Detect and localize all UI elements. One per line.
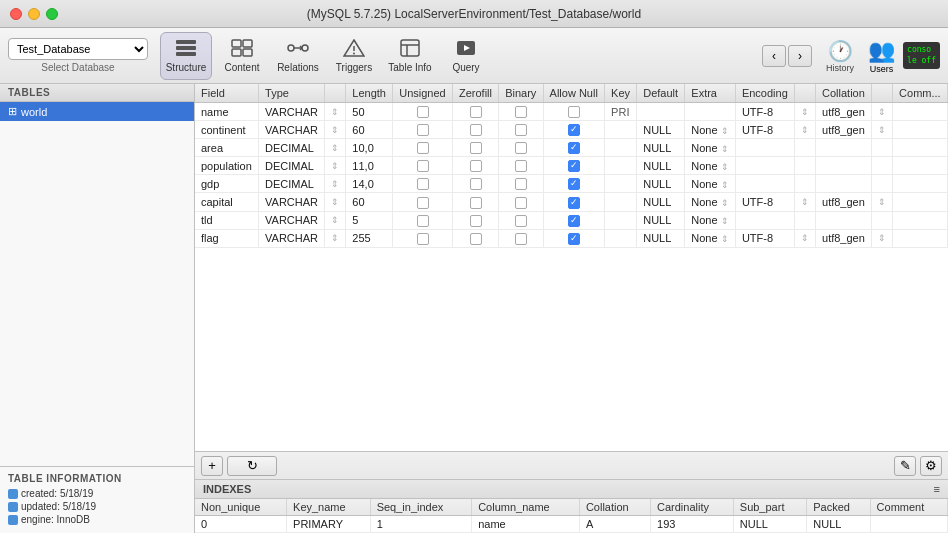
binary-cell-checkbox[interactable] [515, 106, 527, 118]
zerofill-cell[interactable] [452, 103, 498, 121]
sidebar-item-world[interactable]: ⊞ world [0, 102, 194, 121]
unsigned-cell-checkbox[interactable] [417, 142, 429, 154]
extra-cell[interactable]: None ⇕ [685, 211, 736, 229]
table-row[interactable]: flagVARCHAR⇕255NULLNone ⇕UTF-8⇕utf8_gen⇕ [195, 229, 948, 247]
table-row[interactable]: nameVARCHAR⇕50PRIUTF-8⇕utf8_gen⇕ [195, 103, 948, 121]
enc-spinner-cell[interactable]: ⇕ [795, 229, 816, 247]
encoding-cell[interactable]: UTF-8 [735, 103, 794, 121]
zerofill-cell-checkbox[interactable] [470, 124, 482, 136]
type-cell[interactable]: VARCHAR [259, 103, 325, 121]
enc-spinner-cell[interactable] [795, 157, 816, 175]
zerofill-cell[interactable] [452, 211, 498, 229]
allow-null-cell-checkbox[interactable] [568, 142, 580, 154]
type-cell[interactable]: VARCHAR [259, 211, 325, 229]
default-cell[interactable]: NULL [637, 139, 685, 157]
binary-cell[interactable] [499, 157, 543, 175]
collation-cell[interactable]: utf8_gen [816, 103, 872, 121]
length-cell[interactable]: 5 [346, 211, 393, 229]
length-cell[interactable]: 10,0 [346, 139, 393, 157]
encoding-cell[interactable] [735, 139, 794, 157]
comment-cell[interactable] [893, 139, 948, 157]
key-cell[interactable] [605, 229, 637, 247]
type-cell[interactable]: VARCHAR [259, 193, 325, 211]
unsigned-cell[interactable] [393, 157, 453, 175]
binary-cell-checkbox[interactable] [515, 124, 527, 136]
minimize-button[interactable] [28, 8, 40, 20]
binary-cell[interactable] [499, 103, 543, 121]
zerofill-cell-checkbox[interactable] [470, 215, 482, 227]
binary-cell[interactable] [499, 175, 543, 193]
comment-cell[interactable] [893, 193, 948, 211]
collation-cell[interactable] [816, 139, 872, 157]
type-cell[interactable]: DECIMAL [259, 157, 325, 175]
unsigned-cell-checkbox[interactable] [417, 233, 429, 245]
key-cell[interactable] [605, 193, 637, 211]
enc-spinner-cell[interactable] [795, 211, 816, 229]
allow-null-cell[interactable] [543, 139, 605, 157]
col-spinner-cell[interactable] [872, 139, 893, 157]
table-row[interactable]: areaDECIMAL⇕10,0NULLNone ⇕ [195, 139, 948, 157]
unsigned-cell[interactable] [393, 175, 453, 193]
unsigned-cell[interactable] [393, 139, 453, 157]
type-spinner-cell[interactable]: ⇕ [325, 103, 346, 121]
allow-null-cell-checkbox[interactable] [568, 233, 580, 245]
allow-null-cell-checkbox[interactable] [568, 197, 580, 209]
enc-spinner-cell[interactable]: ⇕ [795, 103, 816, 121]
default-cell[interactable] [637, 103, 685, 121]
key-cell[interactable] [605, 211, 637, 229]
type-cell[interactable]: VARCHAR [259, 229, 325, 247]
unsigned-cell-checkbox[interactable] [417, 106, 429, 118]
type-cell[interactable]: VARCHAR [259, 121, 325, 139]
collation-cell[interactable]: utf8_gen [816, 121, 872, 139]
table-row[interactable]: gdpDECIMAL⇕14,0NULLNone ⇕ [195, 175, 948, 193]
unsigned-cell[interactable] [393, 229, 453, 247]
zerofill-cell-checkbox[interactable] [470, 197, 482, 209]
table-info-button[interactable]: Table Info [384, 32, 436, 80]
binary-cell[interactable] [499, 193, 543, 211]
field-cell[interactable]: continent [195, 121, 259, 139]
field-cell[interactable]: tld [195, 211, 259, 229]
zerofill-cell[interactable] [452, 121, 498, 139]
type-spinner-cell[interactable]: ⇕ [325, 139, 346, 157]
enc-spinner-cell[interactable] [795, 175, 816, 193]
length-cell[interactable]: 255 [346, 229, 393, 247]
default-cell[interactable]: NULL [637, 211, 685, 229]
collation-cell[interactable]: utf8_gen [816, 229, 872, 247]
unsigned-cell-checkbox[interactable] [417, 160, 429, 172]
type-cell[interactable]: DECIMAL [259, 175, 325, 193]
field-cell[interactable]: gdp [195, 175, 259, 193]
length-cell[interactable]: 50 [346, 103, 393, 121]
allow-null-cell-checkbox[interactable] [568, 178, 580, 190]
unsigned-cell-checkbox[interactable] [417, 215, 429, 227]
zerofill-cell-checkbox[interactable] [470, 233, 482, 245]
allow-null-cell[interactable] [543, 103, 605, 121]
structure-button[interactable]: Structure [160, 32, 212, 80]
field-cell[interactable]: capital [195, 193, 259, 211]
table-row[interactable]: tldVARCHAR⇕5NULLNone ⇕ [195, 211, 948, 229]
history-button[interactable]: 🕐 History [820, 39, 860, 73]
zerofill-cell-checkbox[interactable] [470, 106, 482, 118]
allow-null-cell[interactable] [543, 229, 605, 247]
console-button[interactable]: conso le off [903, 42, 940, 69]
type-spinner-cell[interactable]: ⇕ [325, 193, 346, 211]
comment-cell[interactable] [893, 175, 948, 193]
extra-cell[interactable]: None ⇕ [685, 193, 736, 211]
encoding-cell[interactable]: UTF-8 [735, 229, 794, 247]
edit-button[interactable]: ✎ [894, 456, 916, 476]
binary-cell[interactable] [499, 229, 543, 247]
query-button[interactable]: Query [440, 32, 492, 80]
binary-cell[interactable] [499, 139, 543, 157]
users-button[interactable]: 👥 Users [868, 38, 895, 74]
allow-null-cell[interactable] [543, 193, 605, 211]
binary-cell-checkbox[interactable] [515, 233, 527, 245]
default-cell[interactable]: NULL [637, 157, 685, 175]
encoding-cell[interactable]: UTF-8 [735, 121, 794, 139]
structure-table-wrap[interactable]: Field Type Length Unsigned Zerofill Bina… [195, 84, 948, 451]
type-spinner-cell[interactable]: ⇕ [325, 175, 346, 193]
col-spinner-cell[interactable]: ⇕ [872, 121, 893, 139]
encoding-cell[interactable] [735, 211, 794, 229]
unsigned-cell[interactable] [393, 121, 453, 139]
unsigned-cell-checkbox[interactable] [417, 178, 429, 190]
settings-button[interactable]: ⚙ [920, 456, 942, 476]
allow-null-cell-checkbox[interactable] [568, 124, 580, 136]
